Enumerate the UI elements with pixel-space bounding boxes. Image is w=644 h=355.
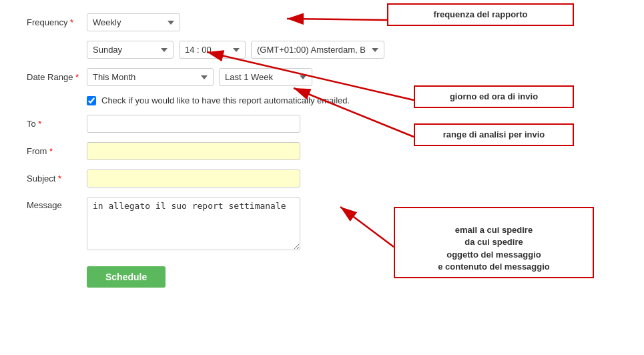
subject-input[interactable]: oggetto del messaggio (87, 169, 300, 188)
subject-label-text: Subject (27, 173, 55, 184)
daterange-row: Date Range * This Month Last 1 Week (27, 68, 617, 86)
to-input[interactable]: clienteemail@email.it (87, 115, 300, 133)
frequency-label-text: Frequency (27, 17, 67, 27)
message-label-text: Message (27, 200, 62, 210)
from-label: From * (27, 146, 87, 156)
annotation-range: range di analisi per invio (414, 123, 574, 146)
daterange-select[interactable]: This Month (87, 68, 214, 86)
subject-row: Subject * oggetto del messaggio (27, 169, 617, 188)
frequency-controls: Weekly (87, 13, 180, 31)
timezone-select[interactable]: (GMT+01:00) Amsterdam, B (251, 41, 384, 59)
from-required: * (49, 146, 53, 156)
autoemail-label: Check if you would like to have this rep… (101, 95, 350, 105)
lastweek-select[interactable]: Last 1 Week (219, 68, 312, 86)
schedule-button[interactable]: Schedule (87, 266, 166, 288)
schedule-time-row: Sunday 14 : 00 (GMT+01:00) Amsterdam, B (27, 41, 617, 59)
message-label: Message (27, 197, 87, 210)
to-label: To * (27, 119, 87, 129)
from-label-text: From (27, 146, 47, 156)
message-textarea[interactable]: in allegato il suo report settimanale (87, 197, 300, 250)
annotation-email-info: email a cui spedireda cui spedireoggetto… (394, 207, 594, 278)
subject-label: Subject * (27, 173, 87, 184)
annotation-frequenza: frequenza del rapporto (387, 3, 574, 26)
daterange-label-text: Date Range (27, 72, 73, 82)
frequency-required: * (70, 17, 73, 27)
frequency-label: Frequency * (27, 17, 87, 27)
day-select[interactable]: Sunday (87, 41, 174, 59)
from-input[interactable]: info@informaticainazienda.it (87, 142, 300, 160)
to-label-text: To (27, 119, 36, 129)
annotation-giorno-ora: giorno ed ora di invio (414, 85, 574, 108)
daterange-required: * (75, 72, 79, 82)
autoemail-checkbox[interactable] (87, 96, 96, 105)
daterange-controls: This Month Last 1 Week (87, 68, 312, 86)
frequency-select[interactable]: Weekly (87, 13, 180, 31)
daterange-label: Date Range * (27, 72, 87, 82)
subject-required: * (58, 173, 61, 184)
to-required: * (38, 119, 41, 129)
hour-select[interactable]: 14 : 00 (179, 41, 246, 59)
